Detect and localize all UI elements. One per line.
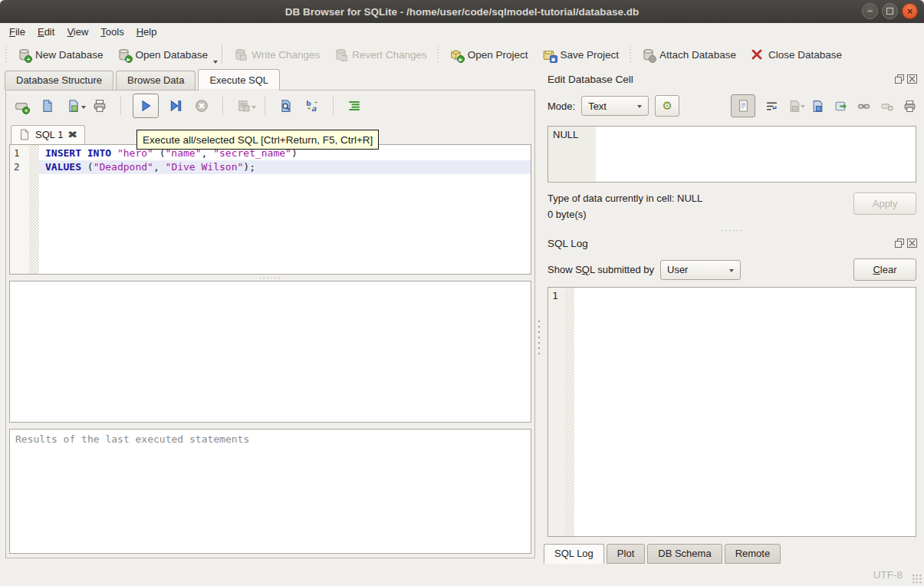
toolbar-drag-handle[interactable] [436, 46, 440, 63]
sql-toolbar-separator [120, 97, 121, 115]
sql-log-filter-row: Show SQL submitted by User Clear [547, 258, 916, 281]
sql-gutter: 12 [10, 145, 30, 274]
app-window: { "titlebar": { "title": "DB Browser for… [0, 0, 924, 586]
menu-help[interactable]: Help [130, 25, 163, 39]
sql-log-header: SQL Log [541, 235, 924, 251]
text-mode-toggle[interactable] [731, 94, 755, 117]
open-database-icon: ▸ [117, 48, 131, 61]
save-project-icon: ■ [542, 48, 556, 61]
cell-info-row: Type of data currently in cell: NULL 0 b… [547, 193, 916, 225]
write-changes-icon [233, 48, 247, 61]
close-database-button[interactable]: Close Database [743, 43, 849, 66]
close-icon[interactable]: × [902, 3, 918, 19]
menu-tools[interactable]: Tools [94, 25, 130, 39]
clear-log-button[interactable]: Clear [853, 258, 916, 281]
menu-view[interactable]: View [61, 25, 94, 39]
tab-execute-sql[interactable]: Execute SQL [198, 69, 280, 90]
log-text-area[interactable] [574, 288, 916, 536]
mode-select[interactable]: Text [581, 96, 649, 116]
open-sql-file-button[interactable] [38, 97, 57, 115]
cell-mode-row: Mode: Text ⚙ [547, 94, 916, 117]
edit-cell-title: Edit Database Cell [547, 74, 633, 85]
statusbar: UTF-8 [0, 564, 924, 586]
find-button[interactable] [277, 97, 295, 115]
cell-value-editor[interactable]: NULL [547, 126, 916, 183]
sql-toolbar-separator [222, 97, 223, 115]
format-sql-button[interactable] [345, 97, 363, 115]
dock-splitter-handle[interactable]: ······ [541, 225, 924, 235]
sql-log-title: SQL Log [547, 238, 588, 249]
print-cell-icon[interactable] [903, 99, 916, 113]
open-project-button[interactable]: ▸ Open Project [442, 43, 535, 66]
cell-value-text: NULL [548, 127, 596, 182]
main-toolbar: + New Database ▸ Open Database Write Cha… [0, 41, 924, 68]
open-database-button[interactable]: ▸ Open Database [110, 43, 215, 66]
panel-splitter-handle[interactable] [538, 321, 541, 356]
auto-switch-button[interactable]: ⚙ [655, 95, 679, 117]
set-null-icon [880, 99, 893, 113]
new-database-button[interactable]: + New Database [10, 43, 110, 66]
toolbar-separator [222, 45, 222, 64]
tab-browse-data[interactable]: Browse Data [116, 71, 196, 90]
format-icon [347, 99, 361, 113]
link-icon[interactable] [857, 99, 870, 113]
execute-tooltip: Execute all/selected SQL [Ctrl+Return, F… [136, 130, 379, 150]
sql-log-view[interactable]: 1 [547, 287, 916, 537]
execute-line-icon [169, 99, 182, 113]
sql-code-area[interactable]: INSERT INTO "hero" ("name", "secret_name… [39, 145, 531, 274]
save-results-icon [237, 99, 251, 113]
splitter-handle[interactable]: ······ [6, 275, 534, 281]
tab-remote[interactable]: Remote [725, 544, 781, 564]
cell-type-info: Type of data currently in cell: NULL [547, 193, 853, 204]
document-icon [736, 99, 750, 113]
sql-editor[interactable]: 12 INSERT INTO "hero" ("name", "secret_n… [9, 144, 531, 275]
save-sql-dropdown-icon[interactable] [81, 106, 86, 109]
attach-database-button[interactable]: Attach Database [634, 43, 743, 66]
menu-file[interactable]: File [3, 25, 31, 39]
tab-db-schema[interactable]: DB Schema [647, 544, 722, 564]
log-filter-select[interactable]: User [660, 260, 741, 280]
apply-button: Apply [853, 193, 916, 215]
edit-cell-header: Edit Database Cell [541, 71, 924, 87]
import-cell-icon[interactable] [811, 99, 824, 113]
main-tab-bar: Database Structure Browse Data Execute S… [0, 68, 541, 90]
new-database-icon: + [17, 48, 31, 61]
tab-sql-log[interactable]: SQL Log [544, 544, 604, 564]
execute-sql-pane: + [5, 90, 535, 558]
new-sql-tab-button[interactable]: + [12, 97, 31, 115]
export-cell-icon[interactable] [834, 99, 847, 113]
open-database-dropdown-icon[interactable] [213, 61, 218, 64]
close-dock-icon[interactable] [907, 74, 917, 84]
print-sql-button[interactable] [90, 97, 109, 115]
results-message[interactable]: Results of the last executed statements [9, 429, 531, 554]
sql-tab-1[interactable]: SQL 1 ✖ [11, 125, 85, 144]
results-grid[interactable] [9, 281, 531, 423]
replace-button[interactable]: ba [303, 97, 321, 115]
minimize-icon[interactable]: − [862, 3, 878, 19]
close-sql-tab-icon[interactable]: ✖ [67, 130, 78, 140]
sql-file-icon [19, 129, 30, 140]
save-project-button[interactable]: ■ Save Project [535, 43, 626, 66]
execute-all-button[interactable] [133, 94, 159, 118]
save-sql-file-button[interactable] [64, 97, 83, 115]
replace-icon: ba [305, 99, 319, 113]
maximize-icon[interactable] [882, 3, 898, 19]
close-database-icon [750, 48, 764, 61]
cell-value-area[interactable] [596, 127, 916, 182]
close-dock-icon[interactable] [907, 239, 917, 248]
save-cell-icon [788, 99, 801, 113]
float-dock-icon[interactable] [895, 74, 905, 84]
toolbar-drag-handle[interactable] [628, 46, 632, 63]
word-wrap-icon[interactable] [765, 99, 778, 113]
toolbar-drag-handle[interactable] [4, 46, 8, 63]
resize-grip[interactable] [912, 574, 922, 584]
save-results-button [235, 97, 253, 115]
tab-database-structure[interactable]: Database Structure [5, 71, 113, 90]
log-line-number: 1 [552, 290, 558, 301]
save-results-dropdown-icon [252, 106, 256, 109]
titlebar[interactable]: DB Browser for SQLite - /home/user/code/… [0, 0, 924, 23]
tab-plot[interactable]: Plot [607, 544, 645, 564]
float-dock-icon[interactable] [895, 239, 905, 248]
execute-line-button[interactable] [166, 97, 185, 115]
menu-edit[interactable]: Edit [31, 25, 61, 39]
